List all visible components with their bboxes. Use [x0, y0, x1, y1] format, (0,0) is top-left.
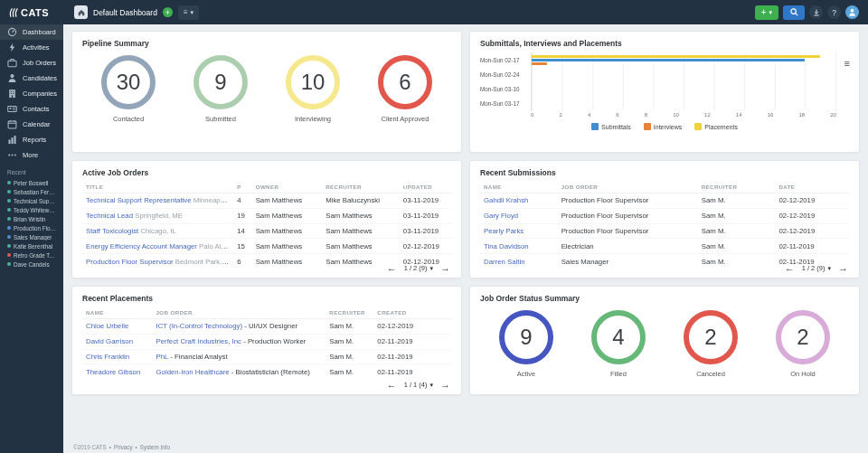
- card-title: Job Order Status Summary: [480, 294, 849, 303]
- table-link[interactable]: Chloe Urbelle: [86, 322, 128, 330]
- table-row: Technical Support Representative Minneap…: [82, 193, 451, 209]
- contacts-icon: [7, 104, 17, 114]
- prev-page-icon[interactable]: ←: [387, 380, 397, 390]
- table-row: Pearly ParksProduction Floor SupervisorS…: [480, 223, 849, 239]
- chart-menu-icon[interactable]: ≡: [844, 59, 850, 69]
- x-tick-label: 12: [704, 112, 711, 118]
- legend-item[interactable]: Placements: [694, 123, 738, 130]
- search-button[interactable]: [783, 5, 805, 20]
- recent-item[interactable]: Retro Grade Techn...: [0, 250, 63, 260]
- prev-page-icon[interactable]: ←: [387, 263, 397, 273]
- table-cell: 02-11-2019: [775, 239, 849, 254]
- table-cell: Sam M.: [326, 334, 373, 349]
- table-row: Technical Lead Springfield, ME19Sam Matt…: [82, 208, 451, 223]
- download-icon[interactable]: [809, 5, 823, 19]
- recent-section-label: Recent: [0, 163, 63, 178]
- donut-ring: 6: [378, 55, 432, 109]
- copyright: ©2019 CATS: [73, 444, 107, 450]
- table-cell: Production Floor Supervisor: [558, 208, 698, 223]
- sidebar-item-more[interactable]: More: [0, 147, 63, 163]
- add-dashboard-icon[interactable]: +: [163, 7, 173, 17]
- table-link[interactable]: Energy Efficiency Account Manager: [86, 242, 197, 250]
- recent-item[interactable]: Technical Support ...: [0, 196, 63, 205]
- card-title: Pipeline Summary: [82, 39, 451, 48]
- status-dot: [7, 262, 11, 266]
- table-cell: Technical Support Representative Minneap…: [82, 193, 233, 209]
- metric-value: 10: [301, 70, 326, 95]
- sidebar-item-contacts[interactable]: Contacts: [0, 101, 63, 117]
- app-logo[interactable]: CATS: [0, 7, 63, 18]
- dashboard-icon: [7, 27, 17, 37]
- page-selector[interactable]: 1 / 1 (4) ▾: [404, 381, 433, 389]
- home-icon[interactable]: [74, 5, 88, 19]
- dashboard-menu-button[interactable]: ≡ ▾: [178, 5, 199, 20]
- user-avatar[interactable]: [845, 5, 859, 19]
- sidebar-item-job-orders[interactable]: Job Orders: [0, 55, 63, 71]
- sidebar-item-label: Contacts: [23, 105, 50, 113]
- table-link[interactable]: Chris Franklin: [86, 353, 129, 361]
- sidebar-item-calendar[interactable]: Calendar: [0, 117, 63, 132]
- table-cell: Production Floor Supervisor Bedmont Park…: [82, 254, 233, 269]
- system-info-link[interactable]: System Info: [140, 444, 170, 450]
- legend-item[interactable]: Interviews: [644, 123, 683, 130]
- donut-ring: 2: [776, 310, 830, 364]
- table-link[interactable]: ICT (In-Control Technology): [156, 322, 242, 330]
- table-link[interactable]: David Garrison: [86, 337, 133, 345]
- table-link[interactable]: Technical Support Representative: [86, 196, 192, 204]
- table-link[interactable]: Technical Lead: [86, 212, 133, 220]
- cell-muted-text: Chicago, IL: [138, 227, 176, 235]
- next-page-icon[interactable]: →: [440, 380, 450, 390]
- recent-item-label: Katie Berenthal: [14, 243, 52, 250]
- status-dot: [7, 181, 11, 184]
- next-page-icon[interactable]: →: [440, 263, 450, 273]
- table-cell: 02-12-2019: [775, 223, 849, 239]
- table-link[interactable]: Darren Saltin: [484, 258, 525, 266]
- table-cell: Chloe Urbelle: [82, 319, 153, 335]
- table-row: Staff Toxicologist Chicago, IL14Sam Matt…: [82, 223, 451, 239]
- recent-item[interactable]: Teddy Whitewater: [0, 205, 63, 214]
- recent-item[interactable]: Production Floor ...: [0, 223, 63, 232]
- prev-page-icon[interactable]: ←: [785, 263, 795, 273]
- sidebar-item-dashboard[interactable]: Dashboard: [0, 24, 63, 40]
- page-selector[interactable]: 1 / 2 (9) ▾: [404, 264, 433, 272]
- donut-ring: 4: [591, 310, 646, 364]
- table-link[interactable]: Gahdli Krahsh: [484, 196, 528, 204]
- sidebar-item-candidates[interactable]: Candidates: [0, 71, 63, 86]
- cell-muted-text: Springfield, ME: [133, 212, 183, 220]
- recent-item[interactable]: Sebastian Ferraro: [0, 187, 63, 196]
- table-link[interactable]: Pearly Parks: [484, 227, 524, 235]
- recent-item[interactable]: Peter Boswell: [0, 178, 63, 187]
- page-selector[interactable]: 1 / 2 (9) ▾: [802, 264, 831, 272]
- pipeline-metric: 30Contacted: [88, 55, 169, 123]
- table-link[interactable]: PhL: [156, 353, 169, 361]
- recent-item[interactable]: Katie Berenthal: [0, 241, 63, 250]
- privacy-link[interactable]: Privacy: [114, 444, 133, 450]
- next-page-icon[interactable]: →: [838, 263, 848, 273]
- sidebar-item-companies[interactable]: Companies: [0, 86, 63, 101]
- table-cell: Gahdli Krahsh: [480, 193, 558, 209]
- table-link[interactable]: Gary Floyd: [484, 212, 518, 220]
- chart-plot: [531, 67, 836, 81]
- sidebar-item-reports[interactable]: Reports: [0, 132, 63, 147]
- sidebar-item-activities[interactable]: Activities: [0, 40, 63, 55]
- table-link[interactable]: Production Floor Supervisor: [86, 258, 174, 266]
- table-link[interactable]: Staff Toxicologist: [86, 227, 138, 235]
- column-header: P: [233, 182, 251, 193]
- table-cell: 19: [233, 208, 251, 223]
- sip-chart-card: Submittals, Interviews and Placements ≡ …: [469, 31, 860, 153]
- recent-item[interactable]: Brian Wristin: [0, 214, 63, 223]
- recent-item-label: Sebastian Ferraro: [14, 189, 56, 195]
- quick-add-button[interactable]: + ▾: [755, 5, 778, 20]
- table-link[interactable]: Golden-Iron Healthcare: [156, 368, 230, 376]
- table-link[interactable]: Tina Davidson: [484, 242, 529, 250]
- table-row: Gary FloydProduction Floor SupervisorSam…: [480, 208, 849, 223]
- legend-item[interactable]: Submittals: [591, 123, 631, 130]
- search-icon: [789, 7, 799, 17]
- recent-item[interactable]: Sales Manager: [0, 232, 63, 241]
- recent-item[interactable]: Dave Candels: [0, 260, 63, 269]
- table-link[interactable]: Theadore Gibson: [86, 368, 140, 376]
- chart-plot: [531, 81, 836, 96]
- help-icon[interactable]: ?: [827, 5, 841, 19]
- caret-down-icon: ▾: [429, 265, 433, 272]
- table-link[interactable]: Perfect Craft Industries, Inc: [156, 337, 241, 345]
